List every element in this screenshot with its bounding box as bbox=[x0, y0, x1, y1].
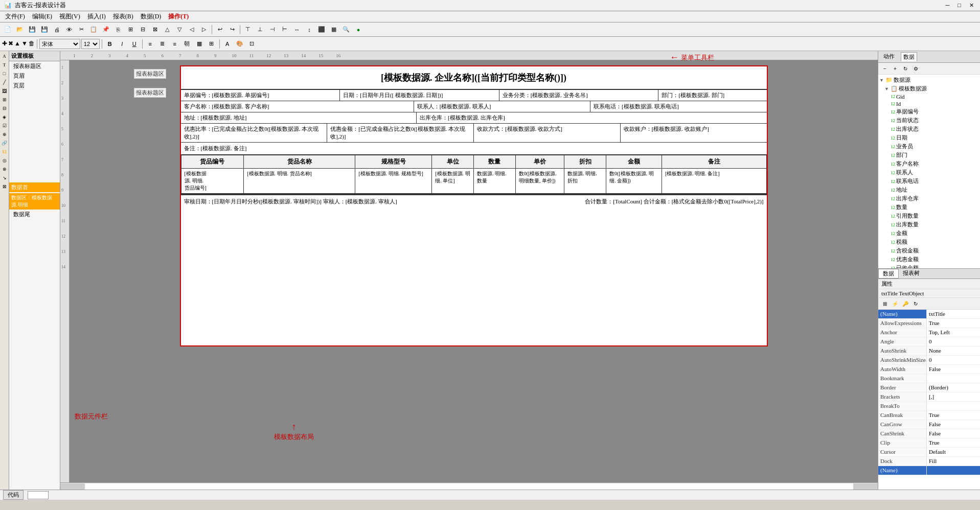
close-button[interactable]: ✕ bbox=[967, 2, 976, 9]
tb-align8[interactable]: ▦ bbox=[328, 24, 339, 35]
prop-row-canshrink[interactable]: CanShrink False bbox=[878, 429, 980, 438]
tree-refresh-btn[interactable]: ↻ bbox=[901, 64, 910, 73]
tb-undo[interactable]: ↩ bbox=[214, 24, 225, 35]
tool-7[interactable]: ◈ bbox=[1, 113, 9, 121]
tree-node-date[interactable]: 12日期 bbox=[879, 133, 979, 142]
tb-align5[interactable]: ↔ bbox=[291, 24, 303, 35]
prop-row-autowidth[interactable]: AutoWidth False bbox=[878, 365, 980, 374]
tb-align6[interactable]: ↕ bbox=[304, 24, 315, 35]
prop-row-canbreak[interactable]: CanBreak True bbox=[878, 411, 980, 420]
props-event-btn[interactable]: ⚡ bbox=[891, 299, 900, 308]
tree-node-status[interactable]: 12当前状态 bbox=[879, 116, 979, 125]
tb-align3[interactable]: ⊣ bbox=[267, 24, 278, 35]
font-size-select[interactable]: 12 bbox=[81, 39, 100, 49]
tb-btn12[interactable]: ◁ bbox=[186, 24, 197, 35]
tb-btn-green[interactable]: ● bbox=[353, 24, 364, 35]
props-shortcut-btn[interactable]: 🔑 bbox=[901, 299, 910, 308]
prop-row-name[interactable]: (Name) txtTitle bbox=[878, 310, 980, 319]
tb-btn6[interactable]: ⎘ bbox=[112, 24, 124, 35]
tab-data[interactable]: 数据 bbox=[901, 52, 917, 61]
color-button[interactable]: A bbox=[222, 38, 233, 50]
tb-save[interactable]: 💾 bbox=[27, 24, 38, 35]
menu-report[interactable]: 报表(B) bbox=[110, 11, 136, 22]
tree-node-outqty[interactable]: 12出库数量 bbox=[879, 220, 979, 229]
tb-zoom[interactable]: 🔍 bbox=[340, 24, 352, 35]
tree-node-custname[interactable]: 12客户名称 bbox=[879, 159, 979, 168]
tb-align1[interactable]: ⊤ bbox=[242, 24, 254, 35]
tree-node-refqty[interactable]: 12引用数量 bbox=[879, 212, 979, 220]
tb-btn1[interactable]: 🖨 bbox=[51, 24, 62, 35]
prop-row-autoshrink[interactable]: AutoShrink None bbox=[878, 346, 980, 356]
tool-14[interactable]: ↘ bbox=[1, 174, 9, 182]
tb-btn2[interactable]: 👁 bbox=[63, 24, 75, 35]
underline-button[interactable]: U bbox=[129, 38, 140, 50]
tb-btn7[interactable]: ⊞ bbox=[125, 24, 136, 35]
tool-10[interactable]: 🔗 bbox=[1, 139, 9, 147]
tool-9[interactable]: ⊕ bbox=[1, 130, 9, 138]
tb-btn3[interactable]: ✂ bbox=[76, 24, 87, 35]
prop-row-clip[interactable]: Clip True bbox=[878, 438, 980, 448]
tool-text[interactable]: T bbox=[1, 61, 9, 69]
tree-node-salesperson[interactable]: 12业务员 bbox=[879, 142, 979, 151]
horizontal-scrollbar[interactable] bbox=[60, 482, 878, 490]
align-left-button[interactable]: ≡ bbox=[145, 38, 156, 50]
menu-data[interactable]: 数据(D) bbox=[138, 11, 165, 22]
bold-button[interactable]: B bbox=[104, 38, 116, 50]
align-right-button[interactable]: ≡ bbox=[169, 38, 180, 50]
tool-select[interactable]: A bbox=[1, 52, 9, 60]
tree-node-qty[interactable]: 12数量 bbox=[879, 203, 979, 212]
tb-redo[interactable]: ↪ bbox=[226, 24, 238, 35]
tree-collapse-btn[interactable]: − bbox=[880, 64, 890, 73]
comp-layer-section[interactable]: 页层 bbox=[9, 81, 60, 90]
tab-action[interactable]: 动作 bbox=[881, 52, 897, 61]
tb-btn10[interactable]: △ bbox=[162, 24, 173, 35]
prop-row-autoshrinkmin[interactable]: AutoShrinkMinSize 0 bbox=[878, 356, 980, 365]
tb-new[interactable]: 📄 bbox=[2, 24, 13, 35]
prop-row-allowexpr[interactable]: AllowExpressions True bbox=[878, 319, 980, 328]
tab-report-tree[interactable]: 报表树 bbox=[899, 269, 924, 279]
menu-view[interactable]: 视图(V) bbox=[56, 11, 83, 22]
comp-data-detail[interactable]: 数据区：模板数据源.明细 bbox=[9, 193, 60, 210]
tb-align7[interactable]: ⬛ bbox=[316, 24, 327, 35]
tree-node-contact[interactable]: 12联系人 bbox=[879, 168, 979, 177]
tree-expand-btn[interactable]: + bbox=[891, 64, 900, 73]
align-justify-button[interactable]: 朝 bbox=[181, 38, 193, 50]
tool-5[interactable]: ⊞ bbox=[1, 96, 9, 104]
valign-button[interactable]: ▦ bbox=[194, 38, 205, 50]
canvas-area[interactable]: ← 菜单工具栏 报表数据源，可直接拖到模板 1 2 3 4 5 6 7 8 9 … bbox=[60, 51, 878, 490]
tree-node-amount[interactable]: 12金额 bbox=[879, 229, 979, 238]
tree-node-tel[interactable]: 12联系电话 bbox=[879, 177, 979, 186]
menu-file[interactable]: 文件(F) bbox=[2, 11, 28, 22]
tb-btn9[interactable]: ⊠ bbox=[149, 24, 161, 35]
tree-node-discount[interactable]: 12优惠金额 bbox=[879, 255, 979, 264]
tool-15[interactable]: ⊠ bbox=[1, 182, 9, 191]
tb-copy[interactable]: 📋 bbox=[88, 24, 99, 35]
menu-edit[interactable]: 编辑(E) bbox=[29, 11, 55, 22]
tb-save2[interactable]: 💾 bbox=[39, 24, 50, 35]
prop-row-cangrow[interactable]: CanGrow False bbox=[878, 420, 980, 429]
page-canvas[interactable]: 报表标题区 报表标题区 [模板数据源. 企业名称]([当前打印类型名称()]) … bbox=[70, 60, 878, 482]
tree-node-gid[interactable]: 12Gid bbox=[879, 93, 979, 100]
italic-button[interactable]: I bbox=[117, 38, 128, 50]
tree-node-received[interactable]: 12已收金额 bbox=[879, 264, 979, 268]
tb-align2[interactable]: ⊥ bbox=[255, 24, 266, 35]
tool-line[interactable]: ╱ bbox=[1, 78, 9, 86]
tb-btn11[interactable]: ▽ bbox=[174, 24, 185, 35]
prop-row-name2[interactable]: (Name) bbox=[878, 466, 980, 475]
fill-button[interactable]: 🎨 bbox=[234, 38, 245, 50]
border-button[interactable]: ⊡ bbox=[246, 38, 258, 50]
tree-settings-btn[interactable]: ⚙ bbox=[911, 64, 920, 73]
tree-node-taxamt[interactable]: 12含税金额 bbox=[879, 246, 979, 255]
tb-btn13[interactable]: ▷ bbox=[198, 24, 210, 35]
tree-node-outstatus[interactable]: 12出库状态 bbox=[879, 125, 979, 133]
tree-node-addr[interactable]: 12地址 bbox=[879, 186, 979, 194]
tb-align4[interactable]: ⊢ bbox=[279, 24, 290, 35]
comp-data-header[interactable]: 数据首 bbox=[9, 182, 60, 192]
tree-node-id[interactable]: 12Id bbox=[879, 100, 979, 107]
menu-operate[interactable]: 操作(T) bbox=[165, 11, 192, 22]
tool-6[interactable]: ⊟ bbox=[1, 104, 9, 112]
props-refresh-btn[interactable]: ↻ bbox=[911, 299, 920, 308]
tool-13[interactable]: ⊗ bbox=[1, 165, 9, 173]
prop-row-anchor[interactable]: Anchor Top, Left bbox=[878, 328, 980, 337]
tree-datasource-root[interactable]: ▼ 📁 数据源 bbox=[879, 76, 979, 84]
